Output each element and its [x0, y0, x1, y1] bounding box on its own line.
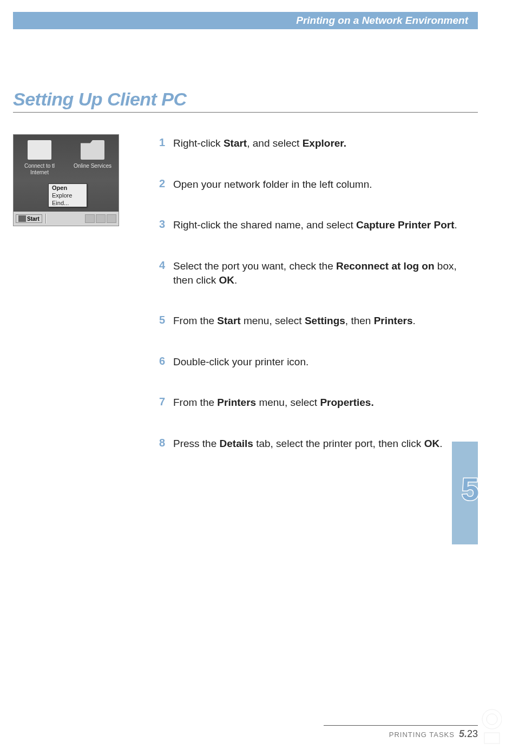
step-row: 4Select the port you want, check the Rec…	[159, 259, 472, 287]
step-row: 5From the Start menu, select Settings, t…	[159, 314, 472, 328]
desktop-icon-label: Online Services	[74, 163, 111, 169]
footer-chapter: 5.	[459, 728, 467, 739]
step-row: 3Right-click the shared name, and select…	[159, 218, 472, 232]
desktop-icon: Online Services	[71, 140, 114, 176]
header-title: Printing on a Network Environment	[296, 15, 468, 27]
start-button-label: Start	[27, 216, 40, 222]
tray-icon	[96, 214, 106, 223]
desktop-icon: Connect to tl Internet	[18, 140, 61, 176]
footer-corner-graphic	[479, 703, 502, 746]
svg-point-0	[482, 709, 502, 729]
desktop-icon-label: Connect to tl Internet	[18, 163, 61, 176]
step-row: 1Right-click Start, and select Explorer.	[159, 136, 472, 150]
step-text: Press the Details tab, select the printe…	[173, 437, 442, 451]
step-text: Right-click the shared name, and select …	[173, 218, 457, 232]
title-underline	[13, 112, 478, 113]
step-number: 2	[159, 178, 173, 190]
step-number: 1	[159, 136, 173, 149]
step-text: Select the port you want, check the Reco…	[173, 259, 472, 287]
step-number: 7	[159, 396, 173, 408]
connect-internet-icon	[28, 140, 51, 160]
chapter-number-icon: 5 5	[453, 471, 488, 509]
taskbar-separator	[45, 214, 47, 223]
footer: PRINTING TASKS 5.23	[389, 728, 478, 740]
step-row: 6Double-click your printer icon.	[159, 355, 472, 369]
step-number: 6	[159, 355, 173, 367]
step-number: 8	[159, 437, 173, 449]
step-row: 8Press the Details tab, select the print…	[159, 437, 472, 451]
header-bar: Printing on a Network Environment	[13, 12, 478, 29]
context-menu-item: Eind...	[49, 199, 87, 207]
step-row: 7From the Printers menu, select Properti…	[159, 396, 472, 410]
chapter-badge: 5 5	[453, 471, 488, 509]
start-button: Start	[16, 214, 42, 223]
desktop-icons-row: Connect to tl Internet Online Services	[14, 135, 119, 178]
svg-rect-2	[484, 733, 500, 744]
footer-line	[324, 725, 478, 726]
step-text: From the Start menu, select Settings, th…	[173, 314, 416, 328]
section-title: Setting Up Client PC	[13, 89, 187, 110]
chapter-number-fill: 5	[462, 471, 479, 507]
step-text: Double-click your printer icon.	[173, 355, 308, 369]
step-number: 4	[159, 259, 173, 272]
tray-icon	[85, 214, 95, 223]
steps-list: 1Right-click Start, and select Explorer.…	[159, 136, 472, 478]
folder-icon	[81, 140, 104, 160]
step-text: From the Printers menu, select Propertie…	[173, 396, 374, 410]
taskbar-tray	[85, 214, 116, 223]
step-text: Right-click Start, and select Explorer.	[173, 136, 346, 150]
step-text: Open your network folder in the left col…	[173, 178, 372, 192]
footer-label: PRINTING TASKS	[389, 731, 455, 739]
step-row: 2Open your network folder in the left co…	[159, 178, 472, 192]
context-menu: Open Explore Eind...	[48, 183, 87, 207]
context-menu-item: Open	[49, 184, 87, 192]
context-menu-item: Explore	[49, 192, 87, 199]
footer-page: 23	[467, 728, 478, 739]
windows-logo-icon	[18, 215, 26, 222]
svg-point-1	[487, 714, 497, 725]
inline-screenshot: Connect to tl Internet Online Services O…	[13, 134, 119, 226]
step-number: 3	[159, 218, 173, 231]
taskbar: Start	[14, 212, 119, 226]
tray-icon	[107, 214, 116, 223]
step-number: 5	[159, 314, 173, 326]
